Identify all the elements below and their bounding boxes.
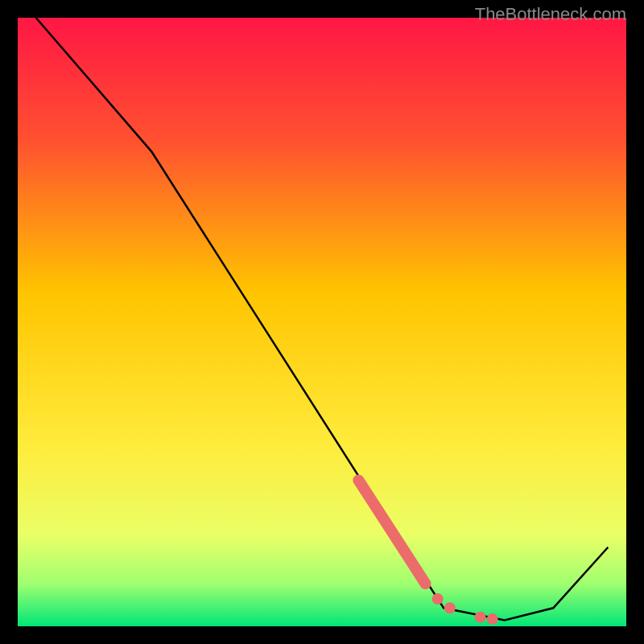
chart-svg	[0, 0, 644, 644]
highlight-dot	[432, 593, 444, 605]
highlight-dot	[475, 612, 486, 623]
bottleneck-chart	[0, 0, 644, 644]
highlight-dot	[487, 613, 498, 625]
watermark-text: TheBottleneck.com	[475, 4, 626, 25]
chart-gradient-area	[18, 18, 626, 626]
highlight-dot	[444, 602, 456, 613]
